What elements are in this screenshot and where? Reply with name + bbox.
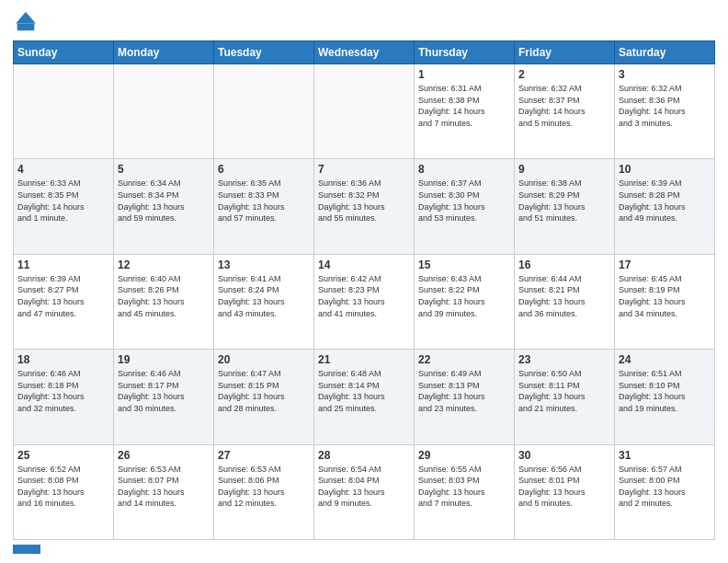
calendar-day-cell: 11Sunrise: 6:39 AM Sunset: 8:27 PM Dayli… bbox=[14, 254, 114, 349]
day-info: Sunrise: 6:41 AM Sunset: 8:24 PM Dayligh… bbox=[218, 273, 310, 319]
calendar-header-saturday: Saturday bbox=[615, 41, 715, 64]
calendar-week-row: 18Sunrise: 6:46 AM Sunset: 8:18 PM Dayli… bbox=[14, 350, 715, 444]
calendar-day-cell: 16Sunrise: 6:44 AM Sunset: 8:21 PM Dayli… bbox=[515, 254, 615, 349]
calendar-day-cell: 29Sunrise: 6:55 AM Sunset: 8:03 PM Dayli… bbox=[415, 444, 515, 539]
calendar-day-cell: 18Sunrise: 6:46 AM Sunset: 8:18 PM Dayli… bbox=[14, 350, 114, 444]
calendar-day-cell: 14Sunrise: 6:42 AM Sunset: 8:23 PM Dayli… bbox=[314, 254, 415, 349]
calendar-day-cell bbox=[314, 64, 415, 159]
day-info: Sunrise: 6:34 AM Sunset: 8:34 PM Dayligh… bbox=[118, 178, 210, 224]
day-number: 3 bbox=[619, 68, 711, 81]
day-info: Sunrise: 6:53 AM Sunset: 8:07 PM Dayligh… bbox=[118, 464, 210, 510]
day-info: Sunrise: 6:33 AM Sunset: 8:35 PM Dayligh… bbox=[17, 178, 109, 224]
calendar-header-row: SundayMondayTuesdayWednesdayThursdayFrid… bbox=[14, 41, 715, 64]
day-info: Sunrise: 6:57 AM Sunset: 8:00 PM Dayligh… bbox=[619, 464, 711, 510]
calendar-day-cell: 10Sunrise: 6:39 AM Sunset: 8:28 PM Dayli… bbox=[615, 159, 715, 254]
day-number: 2 bbox=[518, 68, 610, 81]
header bbox=[13, 9, 715, 35]
day-number: 12 bbox=[118, 259, 210, 271]
day-number: 20 bbox=[218, 353, 310, 366]
day-number: 23 bbox=[518, 353, 610, 366]
calendar-day-cell: 8Sunrise: 6:37 AM Sunset: 8:30 PM Daylig… bbox=[415, 159, 515, 254]
day-number: 31 bbox=[619, 449, 711, 462]
calendar-day-cell: 27Sunrise: 6:53 AM Sunset: 8:06 PM Dayli… bbox=[214, 444, 314, 539]
svg-marker-0 bbox=[16, 12, 36, 23]
day-number: 16 bbox=[518, 259, 610, 271]
day-number: 9 bbox=[518, 163, 610, 176]
calendar-day-cell: 20Sunrise: 6:47 AM Sunset: 8:15 PM Dayli… bbox=[214, 350, 314, 444]
day-number: 6 bbox=[218, 163, 310, 176]
day-info: Sunrise: 6:32 AM Sunset: 8:37 PM Dayligh… bbox=[518, 83, 610, 129]
day-number: 25 bbox=[17, 449, 109, 462]
day-number: 19 bbox=[118, 353, 210, 366]
day-info: Sunrise: 6:37 AM Sunset: 8:30 PM Dayligh… bbox=[418, 178, 510, 224]
day-number: 30 bbox=[518, 449, 610, 462]
calendar-day-cell: 6Sunrise: 6:35 AM Sunset: 8:33 PM Daylig… bbox=[214, 159, 314, 254]
calendar-day-cell: 24Sunrise: 6:51 AM Sunset: 8:10 PM Dayli… bbox=[615, 350, 715, 444]
day-info: Sunrise: 6:43 AM Sunset: 8:22 PM Dayligh… bbox=[418, 273, 510, 319]
calendar-day-cell: 12Sunrise: 6:40 AM Sunset: 8:26 PM Dayli… bbox=[114, 254, 214, 349]
daylight-bar-icon bbox=[13, 545, 40, 554]
day-info: Sunrise: 6:54 AM Sunset: 8:04 PM Dayligh… bbox=[318, 464, 410, 510]
calendar-day-cell: 7Sunrise: 6:36 AM Sunset: 8:32 PM Daylig… bbox=[314, 159, 415, 254]
day-info: Sunrise: 6:47 AM Sunset: 8:15 PM Dayligh… bbox=[218, 368, 310, 414]
day-number: 10 bbox=[619, 163, 711, 176]
calendar-day-cell bbox=[214, 64, 314, 159]
day-number: 7 bbox=[318, 163, 410, 176]
day-number: 13 bbox=[218, 259, 310, 271]
logo bbox=[13, 9, 42, 35]
calendar-day-cell: 21Sunrise: 6:48 AM Sunset: 8:14 PM Dayli… bbox=[314, 350, 415, 444]
day-number: 27 bbox=[218, 449, 310, 462]
day-info: Sunrise: 6:55 AM Sunset: 8:03 PM Dayligh… bbox=[418, 464, 510, 510]
day-number: 26 bbox=[118, 449, 210, 462]
day-info: Sunrise: 6:51 AM Sunset: 8:10 PM Dayligh… bbox=[619, 368, 711, 414]
calendar-header-tuesday: Tuesday bbox=[214, 41, 314, 64]
svg-rect-1 bbox=[17, 24, 35, 31]
day-info: Sunrise: 6:32 AM Sunset: 8:36 PM Dayligh… bbox=[619, 83, 711, 129]
calendar-day-cell: 23Sunrise: 6:50 AM Sunset: 8:11 PM Dayli… bbox=[515, 350, 615, 444]
day-info: Sunrise: 6:50 AM Sunset: 8:11 PM Dayligh… bbox=[518, 368, 610, 414]
calendar-header-wednesday: Wednesday bbox=[314, 41, 415, 64]
calendar-header-monday: Monday bbox=[114, 41, 214, 64]
calendar-day-cell: 13Sunrise: 6:41 AM Sunset: 8:24 PM Dayli… bbox=[214, 254, 314, 349]
day-number: 8 bbox=[418, 163, 510, 176]
calendar-day-cell: 26Sunrise: 6:53 AM Sunset: 8:07 PM Dayli… bbox=[114, 444, 214, 539]
day-info: Sunrise: 6:45 AM Sunset: 8:19 PM Dayligh… bbox=[619, 273, 711, 319]
day-info: Sunrise: 6:48 AM Sunset: 8:14 PM Dayligh… bbox=[318, 368, 410, 414]
day-info: Sunrise: 6:39 AM Sunset: 8:28 PM Dayligh… bbox=[619, 178, 711, 224]
calendar-day-cell: 25Sunrise: 6:52 AM Sunset: 8:08 PM Dayli… bbox=[14, 444, 114, 539]
calendar-day-cell: 17Sunrise: 6:45 AM Sunset: 8:19 PM Dayli… bbox=[615, 254, 715, 349]
calendar-header-friday: Friday bbox=[515, 41, 615, 64]
calendar-day-cell: 9Sunrise: 6:38 AM Sunset: 8:29 PM Daylig… bbox=[515, 159, 615, 254]
day-info: Sunrise: 6:46 AM Sunset: 8:18 PM Dayligh… bbox=[17, 368, 109, 414]
calendar-day-cell: 31Sunrise: 6:57 AM Sunset: 8:00 PM Dayli… bbox=[615, 444, 715, 539]
day-number: 28 bbox=[318, 449, 410, 462]
calendar-day-cell: 19Sunrise: 6:46 AM Sunset: 8:17 PM Dayli… bbox=[114, 350, 214, 444]
calendar-week-row: 4Sunrise: 6:33 AM Sunset: 8:35 PM Daylig… bbox=[14, 159, 715, 254]
calendar-header-sunday: Sunday bbox=[14, 41, 114, 64]
day-info: Sunrise: 6:42 AM Sunset: 8:23 PM Dayligh… bbox=[318, 273, 410, 319]
calendar-day-cell bbox=[114, 64, 214, 159]
day-info: Sunrise: 6:38 AM Sunset: 8:29 PM Dayligh… bbox=[518, 178, 610, 224]
day-number: 1 bbox=[418, 68, 510, 81]
calendar-day-cell: 15Sunrise: 6:43 AM Sunset: 8:22 PM Dayli… bbox=[415, 254, 515, 349]
day-number: 24 bbox=[619, 353, 711, 366]
day-number: 22 bbox=[418, 353, 510, 366]
day-info: Sunrise: 6:46 AM Sunset: 8:17 PM Dayligh… bbox=[118, 368, 210, 414]
day-info: Sunrise: 6:49 AM Sunset: 8:13 PM Dayligh… bbox=[418, 368, 510, 414]
calendar-table: SundayMondayTuesdayWednesdayThursdayFrid… bbox=[13, 40, 715, 540]
calendar-day-cell: 1Sunrise: 6:31 AM Sunset: 8:38 PM Daylig… bbox=[415, 64, 515, 159]
day-info: Sunrise: 6:35 AM Sunset: 8:33 PM Dayligh… bbox=[218, 178, 310, 224]
calendar-day-cell: 2Sunrise: 6:32 AM Sunset: 8:37 PM Daylig… bbox=[515, 64, 615, 159]
calendar-week-row: 11Sunrise: 6:39 AM Sunset: 8:27 PM Dayli… bbox=[14, 254, 715, 349]
logo-icon bbox=[13, 9, 39, 35]
calendar-week-row: 1Sunrise: 6:31 AM Sunset: 8:38 PM Daylig… bbox=[14, 64, 715, 159]
day-number: 17 bbox=[619, 259, 711, 271]
calendar-day-cell bbox=[14, 64, 114, 159]
day-info: Sunrise: 6:40 AM Sunset: 8:26 PM Dayligh… bbox=[118, 273, 210, 319]
day-info: Sunrise: 6:44 AM Sunset: 8:21 PM Dayligh… bbox=[518, 273, 610, 319]
calendar-day-cell: 30Sunrise: 6:56 AM Sunset: 8:01 PM Dayli… bbox=[515, 444, 615, 539]
day-info: Sunrise: 6:56 AM Sunset: 8:01 PM Dayligh… bbox=[518, 464, 610, 510]
day-number: 18 bbox=[17, 353, 109, 366]
calendar-day-cell: 28Sunrise: 6:54 AM Sunset: 8:04 PM Dayli… bbox=[314, 444, 415, 539]
day-number: 11 bbox=[17, 259, 109, 271]
